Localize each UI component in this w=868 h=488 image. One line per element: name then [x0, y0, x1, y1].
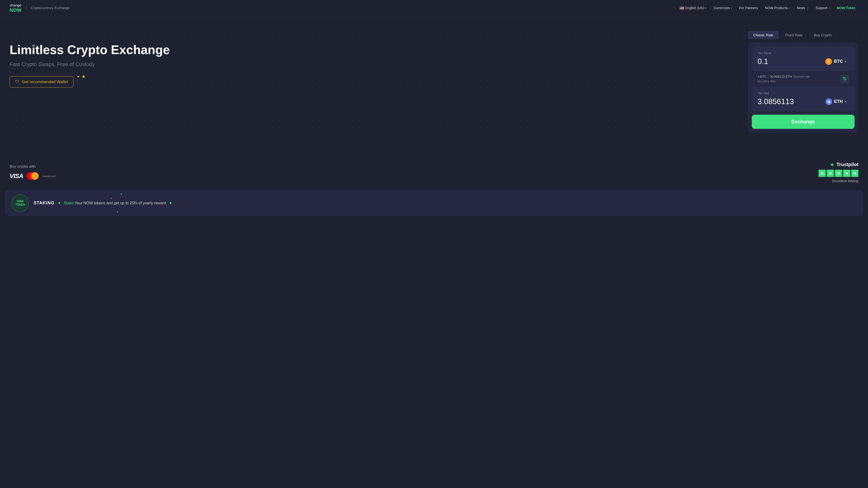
hero-left: Limitless Crypto Exchange Fast Crypto Sw… [10, 31, 734, 88]
logo-now: NOW [10, 7, 21, 13]
external-link-icon: ↗ [806, 6, 808, 10]
stake-link[interactable]: Stake [64, 201, 74, 205]
shield-icon: 🛡 [15, 79, 20, 84]
tab-buy-crypto[interactable]: Buy Crypto [809, 31, 837, 39]
tab-classic-rate[interactable]: Classic Rate [748, 31, 779, 39]
rate-value: 1 BTC ~ 30.856113 ETH [757, 75, 792, 78]
send-section: You Send ₿ BTC ▾ [752, 47, 855, 71]
exchange-widget-area: Classic Rate Fixed Rate Buy Crypto You S… [748, 31, 858, 133]
nav-language-label: English (US) [685, 6, 704, 10]
mc-orange-circle [31, 172, 39, 180]
nav-currencies-label: Currencies [714, 6, 730, 10]
star-1: ★ [818, 170, 826, 177]
chevron-down-icon: ▾ [828, 7, 830, 9]
star-4: ★ [843, 170, 850, 177]
send-label: You Send [757, 51, 849, 55]
nav-partners-label: For Partners [739, 6, 758, 10]
nav-currencies[interactable]: Currencies ▾ [711, 5, 735, 11]
trustpilot-star-icon: ★ [830, 162, 835, 168]
nav-support[interactable]: Support ▾ [813, 5, 833, 11]
nav-news-label: News [797, 6, 805, 10]
chevron-down-icon: ▾ [705, 7, 706, 9]
staking-plus-icon-2: ✦ [169, 200, 173, 206]
staking-content: STAKING ✦ Stake Your NOW tokens and get … [34, 200, 857, 206]
staking-label: STAKING [34, 200, 55, 205]
nav-partners[interactable]: For Partners [736, 5, 761, 11]
sparkle-icon: ✦ [117, 210, 118, 213]
staking-plus-icon: ✦ [57, 200, 61, 206]
chevron-down-icon: ▾ [845, 100, 846, 104]
flag-icon: 🇺🇸 [680, 6, 684, 10]
send-currency-selector[interactable]: ₿ BTC ▾ [823, 57, 849, 66]
hero-title: Limitless Crypto Exchange [10, 43, 734, 57]
trustpilot-header: ★ Trustpilot [830, 162, 858, 168]
now-token-badge-text: NOWTOKEN [16, 200, 25, 206]
rate-text: 1 BTC ~ 30.856113 ETH Expected rate [757, 75, 810, 78]
expected-rate-badge[interactable]: Expected rate [793, 75, 810, 78]
visa-logo: VISA [10, 172, 23, 180]
logo[interactable]: change NOW [10, 3, 21, 13]
header-subtitle: Cryptocurrency Exchange [31, 6, 69, 10]
tab-fixed-rate[interactable]: Fixed Rate [780, 31, 808, 39]
nav-support-label: Support [816, 6, 828, 10]
get-amount: 3.0856113 [757, 97, 812, 106]
mc-text: mastercard [42, 175, 56, 178]
lower-section: Buy crypto with VISA mastercard ★ Trustp… [0, 156, 868, 190]
nav-news[interactable]: News ↗ [794, 5, 811, 11]
send-field-row: ₿ BTC ▾ [757, 57, 849, 66]
buy-crypto-section: Buy crypto with VISA mastercard [10, 165, 56, 180]
star-decoration: ★ [82, 74, 86, 79]
nav-language[interactable]: 🇺🇸 English (US) ▾ [677, 4, 709, 12]
rate-info: 1 BTC ~ 30.856113 ETH Expected rate No e… [752, 71, 855, 87]
get-label: You Get [757, 91, 849, 95]
hero-subtitle: Fast Crypto Swaps, Free of Custody [10, 61, 734, 67]
star-decoration: ★ [77, 75, 80, 78]
exchange-button[interactable]: Exchange [752, 115, 855, 129]
chevron-down-icon: ▾ [731, 7, 732, 9]
trustpilot-rating: Excellent Rating [833, 179, 858, 183]
get-wallet-button[interactable]: 🛡 Get recommended Wallet ★ ★ [10, 76, 73, 87]
mastercard-logo [27, 172, 39, 180]
get-section: You Get 3.0856113 ◆ ETH ▾ [752, 87, 855, 111]
eth-icon: ◆ [826, 98, 832, 105]
rate-info-left: 1 BTC ~ 30.856113 ETH Expected rate No e… [757, 75, 810, 83]
logo-change: change [10, 3, 21, 7]
send-amount-input[interactable] [757, 57, 812, 66]
star-3: ★ [835, 170, 842, 177]
staking-banner: NOWTOKEN STAKING ✦ Stake Your NOW tokens… [5, 190, 863, 216]
get-currency-selector[interactable]: ◆ ETH ▾ [823, 97, 849, 107]
star-5: ★ [851, 170, 858, 177]
nav-now-token[interactable]: NOW Token [834, 5, 858, 11]
now-token-badge: NOWTOKEN [11, 195, 29, 212]
main-nav: 🇺🇸 English (US) ▾ Currencies ▾ For Partn… [677, 4, 858, 12]
staking-desc-text: Your NOW tokens and get up to 25% of yea… [75, 201, 166, 205]
nav-now-token-label: NOW Token [837, 6, 856, 10]
no-fees-text: No extra fees [757, 79, 810, 83]
payment-logos: VISA mastercard [10, 172, 56, 180]
sparkle-icon: ✦ [120, 193, 122, 196]
trustpilot-section: ★ Trustpilot ★ ★ ★ ★ ★ Excellent Rating [818, 162, 858, 183]
buy-crypto-label: Buy crypto with [10, 165, 56, 169]
send-currency-name: BTC [834, 59, 843, 64]
wallet-button-label: Get recommended Wallet [22, 80, 68, 84]
sparkle-icon: ✦ [111, 197, 112, 200]
hero-section: Limitless Crypto Exchange Fast Crypto Sw… [0, 16, 868, 156]
swap-arrows-button[interactable]: ⇅ [840, 75, 849, 83]
nav-now-products[interactable]: NOW Products ▾ [762, 5, 793, 11]
get-field-row: 3.0856113 ◆ ETH ▾ [757, 97, 849, 107]
star-2: ★ [827, 170, 834, 177]
nav-now-products-label: NOW Products [765, 6, 787, 10]
chevron-down-icon: ▾ [788, 7, 790, 9]
trustpilot-stars: ★ ★ ★ ★ ★ [818, 170, 858, 177]
btc-icon: ₿ [825, 58, 832, 65]
get-currency-name: ETH [834, 99, 843, 104]
rate-tabs: Classic Rate Fixed Rate Buy Crypto [748, 31, 858, 39]
trustpilot-name: Trustpilot [837, 162, 858, 167]
chevron-down-icon: ▾ [845, 60, 846, 63]
exchange-widget: You Send ₿ BTC ▾ 1 BTC ~ 30.856113 ETH E… [748, 42, 858, 133]
staking-description: Stake Your NOW tokens and get up to 25% … [64, 201, 166, 205]
